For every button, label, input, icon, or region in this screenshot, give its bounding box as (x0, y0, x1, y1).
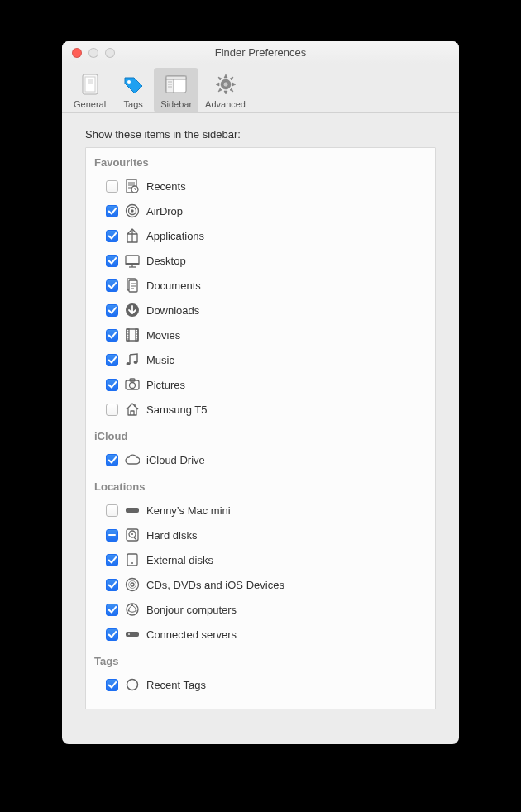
checkbox[interactable] (106, 504, 118, 517)
apps-icon (125, 228, 140, 243)
checkbox[interactable] (106, 329, 118, 342)
checkbox[interactable] (106, 255, 118, 267)
pictures-icon (125, 377, 140, 392)
checkbox[interactable] (106, 354, 118, 366)
toolbar-tab-sidebar[interactable]: Sidebar (154, 68, 198, 112)
checkbox[interactable] (106, 180, 118, 193)
clock-doc-icon (125, 179, 140, 193)
checkbox[interactable] (106, 379, 118, 391)
sidebar-item-row: iCloud Drive (94, 447, 427, 472)
item-label: AirDrop (146, 205, 183, 217)
checkbox[interactable] (106, 529, 118, 542)
sidebar-item-row: Movies (94, 322, 427, 347)
home-icon (125, 402, 140, 417)
sidebar-item-row: Recent Tags (94, 672, 427, 697)
sidebar-item-row: Bonjour computers (94, 597, 427, 622)
minimize-button[interactable] (88, 48, 98, 58)
item-label: Recent Tags (146, 679, 206, 691)
macmini-icon (125, 503, 140, 518)
desktop-icon (125, 253, 140, 268)
hdd-icon (125, 528, 140, 542)
sidebar-item-row: CDs, DVDs and iOS Devices (94, 572, 427, 597)
sidebar-item-row: Downloads (94, 298, 427, 322)
disc-icon (125, 577, 140, 592)
sidebar-item-row: External disks (94, 547, 427, 572)
close-button[interactable] (72, 48, 82, 58)
svg-rect-2 (88, 79, 93, 84)
sidebar-item-row: Samsung T5 (94, 397, 427, 422)
bonjour-icon (125, 602, 140, 617)
section-header: Locations (94, 480, 427, 493)
checkbox[interactable] (106, 604, 118, 616)
checkbox[interactable] (106, 205, 118, 217)
toolbar-label-sidebar: Sidebar (160, 99, 192, 109)
title-bar: Finder Preferences (62, 41, 459, 64)
sidebar-item-row: Desktop (94, 248, 427, 273)
toolbar: General Tags (62, 64, 459, 113)
svg-point-11 (223, 82, 228, 87)
tags-icon (120, 71, 146, 98)
documents-icon (125, 278, 140, 293)
sidebar-item-row: Applications (94, 223, 427, 248)
heading: Show these items in the sidebar: (85, 128, 436, 141)
sidebar-icon (163, 71, 189, 98)
sidebar-item-row: Documents (94, 273, 427, 298)
traffic-lights (62, 48, 115, 58)
item-label: Documents (146, 279, 201, 292)
toolbar-tab-tags[interactable]: Tags (112, 68, 154, 112)
section-header: Favourites (94, 156, 427, 169)
cloud-icon (125, 452, 140, 467)
sidebar-item-row: Hard disks (94, 523, 427, 547)
checkbox[interactable] (106, 554, 118, 566)
item-label: Kenny’s Mac mini (146, 504, 231, 517)
item-label: Recents (146, 180, 186, 193)
item-label: Connected servers (146, 628, 237, 641)
item-label: Applications (146, 230, 204, 242)
checkbox[interactable] (106, 230, 118, 242)
advanced-icon (213, 71, 239, 98)
window-title: Finder Preferences (62, 46, 459, 59)
sidebar-item-row: Recents (94, 174, 427, 198)
checkbox[interactable] (106, 279, 118, 292)
music-icon (125, 352, 140, 367)
section-header: iCloud (94, 430, 427, 442)
toolbar-tab-general[interactable]: General (67, 68, 112, 112)
svg-rect-5 (166, 76, 186, 79)
external-icon (125, 552, 140, 567)
checkbox[interactable] (106, 404, 118, 416)
item-label: Bonjour computers (146, 604, 237, 616)
svg-rect-6 (166, 79, 174, 93)
preferences-window: Finder Preferences General Tags (62, 41, 459, 744)
content-area: Show these items in the sidebar: Favouri… (62, 113, 459, 724)
toolbar-label-advanced: Advanced (205, 99, 246, 109)
item-label: Samsung T5 (146, 404, 207, 416)
toolbar-label-tags: Tags (124, 99, 143, 109)
toolbar-tab-advanced[interactable]: Advanced (198, 68, 252, 112)
checkbox[interactable] (106, 304, 118, 317)
item-label: Desktop (146, 255, 186, 267)
sidebar-item-row: Kenny’s Mac mini (94, 498, 427, 523)
item-label: Pictures (146, 379, 185, 391)
checkbox[interactable] (106, 454, 118, 466)
section-header: Tags (94, 655, 427, 667)
item-label: CDs, DVDs and iOS Devices (146, 579, 284, 591)
item-label: Hard disks (146, 529, 197, 542)
svg-point-3 (127, 80, 131, 84)
sidebar-item-row: AirDrop (94, 198, 427, 223)
sidebar-item-row: Music (94, 347, 427, 372)
server-icon (125, 627, 140, 642)
item-label: Movies (146, 329, 180, 342)
downloads-icon (125, 303, 140, 318)
circle-icon (125, 677, 140, 692)
item-label: iCloud Drive (146, 454, 205, 466)
checkbox[interactable] (106, 679, 118, 691)
checkbox[interactable] (106, 579, 118, 591)
airdrop-icon (125, 203, 140, 218)
sidebar-item-row: Connected servers (94, 622, 427, 647)
sidebar-item-row: Pictures (94, 372, 427, 397)
item-label: External disks (146, 554, 213, 566)
sidebar-items-box: FavouritesRecentsAirDropApplicationsDesk… (85, 147, 436, 709)
movies-icon (125, 327, 140, 342)
zoom-button[interactable] (105, 48, 115, 58)
checkbox[interactable] (106, 628, 118, 641)
